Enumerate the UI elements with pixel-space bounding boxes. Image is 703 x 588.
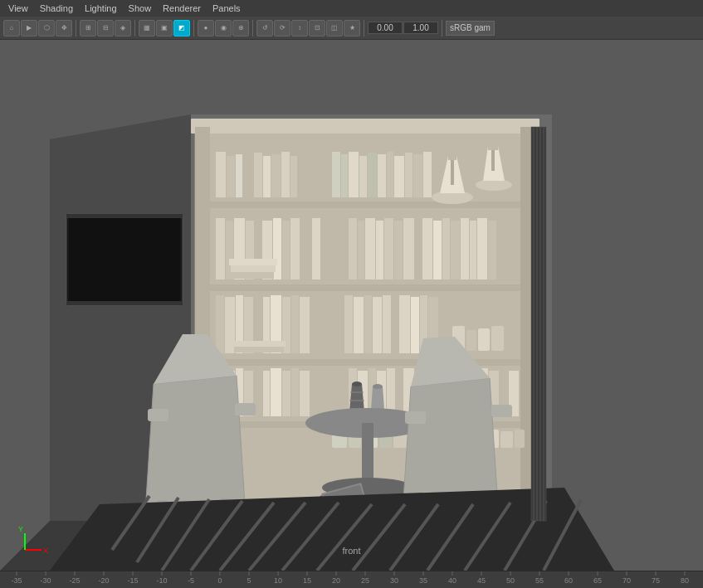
sep1 bbox=[76, 20, 76, 36]
svg-rect-59 bbox=[349, 218, 357, 279]
svg-rect-45 bbox=[216, 218, 225, 279]
render-pts2[interactable]: ◉ bbox=[215, 20, 232, 36]
lasso-btn[interactable]: ⬡ bbox=[38, 20, 55, 36]
svg-rect-40 bbox=[387, 152, 393, 197]
svg-rect-44 bbox=[423, 152, 432, 197]
svg-rect-55 bbox=[312, 218, 320, 279]
display-wire[interactable]: ▦ bbox=[139, 20, 155, 36]
svg-rect-6 bbox=[66, 214, 183, 218]
svg-rect-60 bbox=[358, 221, 364, 279]
cam-extra[interactable]: ★ bbox=[344, 20, 360, 36]
svg-rect-84 bbox=[300, 297, 310, 353]
svg-rect-5 bbox=[69, 216, 180, 303]
svg-rect-86 bbox=[232, 341, 286, 347]
menu-show[interactable]: Show bbox=[124, 2, 157, 15]
menu-view[interactable]: View bbox=[3, 2, 33, 15]
svg-rect-168 bbox=[405, 411, 426, 424]
cam-sel[interactable]: ◫ bbox=[326, 20, 343, 36]
svg-rect-101 bbox=[505, 330, 515, 351]
svg-rect-66 bbox=[415, 221, 422, 279]
svg-rect-20 bbox=[243, 158, 253, 197]
viewport[interactable]: X Y front bbox=[0, 40, 703, 571]
svg-text:5: 5 bbox=[247, 576, 251, 585]
svg-rect-19 bbox=[236, 154, 242, 197]
display-solid[interactable]: ▣ bbox=[156, 20, 173, 36]
svg-text:0: 0 bbox=[217, 576, 222, 585]
snap-btn-3[interactable]: ◈ bbox=[115, 20, 131, 36]
render-pts[interactable]: ● bbox=[198, 20, 214, 36]
svg-rect-73 bbox=[477, 218, 487, 279]
tool-group-snap: ⊞ ⊟ ◈ bbox=[80, 20, 131, 36]
svg-rect-62 bbox=[376, 221, 383, 279]
svg-rect-100 bbox=[491, 326, 504, 351]
svg-rect-70 bbox=[451, 221, 460, 279]
svg-text:15: 15 bbox=[303, 576, 311, 585]
svg-text:-25: -25 bbox=[69, 576, 80, 585]
value1-input[interactable] bbox=[368, 22, 403, 34]
menu-renderer[interactable]: Renderer bbox=[158, 2, 206, 15]
sep6 bbox=[442, 20, 442, 36]
svg-rect-25 bbox=[290, 156, 297, 197]
svg-text:80: 80 bbox=[681, 576, 689, 585]
svg-rect-87 bbox=[344, 295, 353, 353]
snap-btn-2[interactable]: ⊟ bbox=[97, 20, 114, 36]
svg-rect-108 bbox=[271, 368, 281, 416]
svg-rect-42 bbox=[405, 153, 413, 197]
svg-rect-41 bbox=[394, 156, 404, 197]
svg-rect-67 bbox=[422, 218, 432, 279]
svg-rect-32 bbox=[488, 146, 498, 150]
svg-text:-30: -30 bbox=[40, 576, 51, 585]
svg-rect-39 bbox=[378, 154, 386, 197]
menu-shading[interactable]: Shading bbox=[35, 2, 78, 15]
svg-text:10: 10 bbox=[274, 576, 282, 585]
svg-rect-63 bbox=[384, 218, 393, 279]
snap-btn-1[interactable]: ⊞ bbox=[80, 20, 96, 36]
svg-rect-94 bbox=[411, 297, 419, 353]
svg-text:-20: -20 bbox=[98, 576, 109, 585]
value2-input[interactable] bbox=[403, 22, 438, 34]
svg-rect-58 bbox=[229, 259, 277, 265]
color-space-label[interactable]: sRGB gam bbox=[446, 21, 495, 36]
svg-rect-17 bbox=[216, 152, 226, 197]
svg-rect-9 bbox=[191, 119, 539, 134]
svg-rect-74 bbox=[488, 221, 496, 279]
svg-text:50: 50 bbox=[506, 576, 515, 585]
svg-rect-28 bbox=[448, 156, 456, 160]
cam-pan[interactable]: ⟳ bbox=[274, 20, 290, 36]
cam-zoom[interactable]: ↕ bbox=[291, 20, 308, 36]
svg-text:25: 25 bbox=[361, 576, 369, 585]
svg-rect-53 bbox=[290, 218, 300, 279]
select-btn[interactable]: ▶ bbox=[21, 20, 37, 36]
svg-rect-65 bbox=[403, 218, 414, 279]
svg-text:45: 45 bbox=[477, 576, 486, 585]
tool-group-values bbox=[368, 22, 438, 34]
svg-rect-43 bbox=[413, 154, 422, 197]
svg-rect-85 bbox=[234, 347, 284, 352]
cam-orbit[interactable]: ↺ bbox=[256, 20, 273, 36]
svg-rect-7 bbox=[66, 301, 183, 305]
svg-point-146 bbox=[352, 381, 362, 386]
svg-rect-92 bbox=[392, 297, 398, 353]
svg-rect-52 bbox=[282, 221, 290, 279]
move-btn[interactable]: ✥ bbox=[56, 20, 72, 36]
svg-rect-37 bbox=[359, 156, 367, 197]
svg-marker-160 bbox=[145, 376, 245, 513]
bottom-ruler: -35 -30 -25 -20 -15 -10 -5 0 5 10 15 20 … bbox=[0, 571, 703, 588]
menu-lighting[interactable]: Lighting bbox=[80, 2, 122, 15]
svg-rect-34 bbox=[332, 152, 340, 197]
home-btn[interactable]: ⌂ bbox=[3, 20, 20, 36]
svg-rect-56 bbox=[232, 272, 274, 279]
display-tex[interactable]: ◩ bbox=[173, 20, 190, 36]
svg-text:55: 55 bbox=[535, 576, 544, 585]
svg-rect-38 bbox=[368, 153, 377, 197]
svg-rect-13 bbox=[210, 202, 520, 208]
svg-text:20: 20 bbox=[332, 576, 340, 585]
svg-rect-14 bbox=[210, 284, 520, 291]
svg-rect-162 bbox=[148, 409, 168, 421]
render-pts3[interactable]: ⊕ bbox=[232, 20, 249, 36]
svg-text:40: 40 bbox=[448, 576, 456, 585]
tool-group-display: ▦ ▣ ◩ bbox=[139, 20, 190, 36]
cam-frame[interactable]: ⊡ bbox=[309, 20, 325, 36]
menu-bar: View Shading Lighting Show Renderer Pane… bbox=[0, 0, 703, 17]
menu-panels[interactable]: Panels bbox=[207, 2, 246, 15]
